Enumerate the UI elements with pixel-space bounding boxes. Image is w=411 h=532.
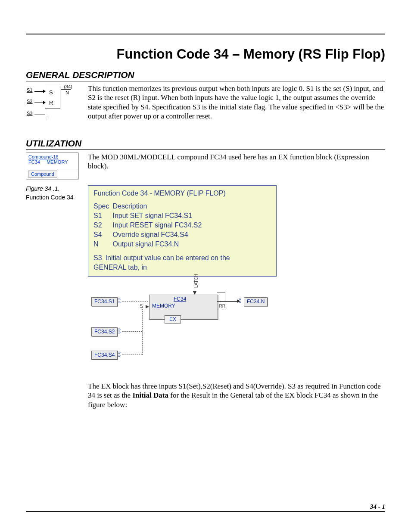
compound-thumbnail: Compound-16 FC34 MEMORY Compound xyxy=(26,152,81,179)
fc34-block[interactable]: FC34 MEMORY RR xyxy=(149,295,218,320)
sr-output-n: N xyxy=(65,90,69,95)
spec-row: NOutput signal FC34.N xyxy=(93,240,205,249)
fc34-block-sub: MEMORY xyxy=(152,303,175,309)
general-body: This function memorizes its previous out… xyxy=(88,84,385,125)
spec-panel: Function Code 34 - MEMORY (FLIP FLOP) Sp… xyxy=(88,185,277,277)
spec-s3-text: Initial output value can be entered on t… xyxy=(106,254,234,263)
spec-table: SpecDescription S1Input SET signal FC34.… xyxy=(93,202,205,249)
spec-row: S2Input RESET signal FC34.S2 xyxy=(93,221,205,230)
section-heading-general: GENERAL DESCRIPTION xyxy=(26,70,385,81)
node-s2[interactable]: FC34.S2 xyxy=(91,327,118,336)
compound-left-label: FC34 xyxy=(28,159,40,165)
spec-head-desc: Description xyxy=(112,202,205,212)
spec-s3-label: S3 xyxy=(93,254,106,263)
sr-input-s1: S1 xyxy=(27,87,32,93)
top-rule xyxy=(26,34,385,34)
compound-right-label: MEMORY xyxy=(47,159,68,165)
figure-title: Function Code 34 xyxy=(26,194,81,201)
s-marker: S xyxy=(140,303,143,309)
fc34-rr-label: RR xyxy=(219,304,225,309)
section-heading-utilization: UTILIZATION xyxy=(26,138,385,150)
spec-row: S1Input SET signal FC34.S1 xyxy=(93,212,205,221)
figure-content: Function Code 34 - MEMORY (FLIP FLOP) Sp… xyxy=(88,185,385,417)
spec-s3-cont: GENERAL tab, in xyxy=(93,263,271,272)
compound-button[interactable]: Compound xyxy=(28,171,57,177)
spec-row: S4Override signal FC34.S4 xyxy=(93,230,205,240)
ex-block[interactable]: EX xyxy=(165,315,181,324)
sr-input-s3: S3 xyxy=(27,111,32,116)
page-title: Function Code 34 – Memory (RS Flip Flop) xyxy=(26,47,385,62)
page: Function Code 34 – Memory (RS Flip Flop)… xyxy=(0,0,411,532)
spec-s3: S3Initial output value can be entered on… xyxy=(93,254,234,263)
util-intro-text: The MOD 30ML/MODCELL compound FC34 used … xyxy=(88,152,385,179)
figure-row: Figure 34 .1. Function Code 34 Function … xyxy=(26,185,385,417)
sr-code-34: (34) xyxy=(64,84,72,89)
block-diagram: LATCH FC34 MEMORY RR EX FC34.S1 »» FC34.… xyxy=(88,277,277,370)
node-s1[interactable]: FC34.S1 xyxy=(91,297,118,306)
util-intro-row: Compound-16 FC34 MEMORY Compound The MOD… xyxy=(26,152,385,179)
sr-input-s2: S2 xyxy=(27,99,32,104)
spec-head-spec: Spec xyxy=(93,202,112,212)
general-row: S R (34) N S1 S2 S3 I This function memo… xyxy=(26,84,385,125)
sr-block-icon: S R (34) N S1 S2 S3 I xyxy=(26,84,81,125)
page-number: 34 - 1 xyxy=(26,503,385,512)
figure-caption: Figure 34 .1. Function Code 34 xyxy=(26,185,81,417)
node-n[interactable]: FC34.N xyxy=(244,297,268,306)
figure-number: Figure 34 .1. xyxy=(26,185,81,192)
sr-letter-s: S xyxy=(49,89,53,96)
node-s4[interactable]: FC34.S4 xyxy=(91,351,118,360)
spec-header-row: SpecDescription xyxy=(93,202,205,212)
util-outro: The EX block has three inputs S1(Set),S2… xyxy=(88,382,385,409)
fc34-block-title: FC34 xyxy=(174,296,186,302)
sr-letter-i: I xyxy=(47,115,49,120)
compound-link[interactable]: Compound-16 xyxy=(28,154,59,159)
spec-panel-title: Function Code 34 - MEMORY (FLIP FLOP) xyxy=(93,189,271,198)
sr-letter-r: R xyxy=(49,100,53,106)
